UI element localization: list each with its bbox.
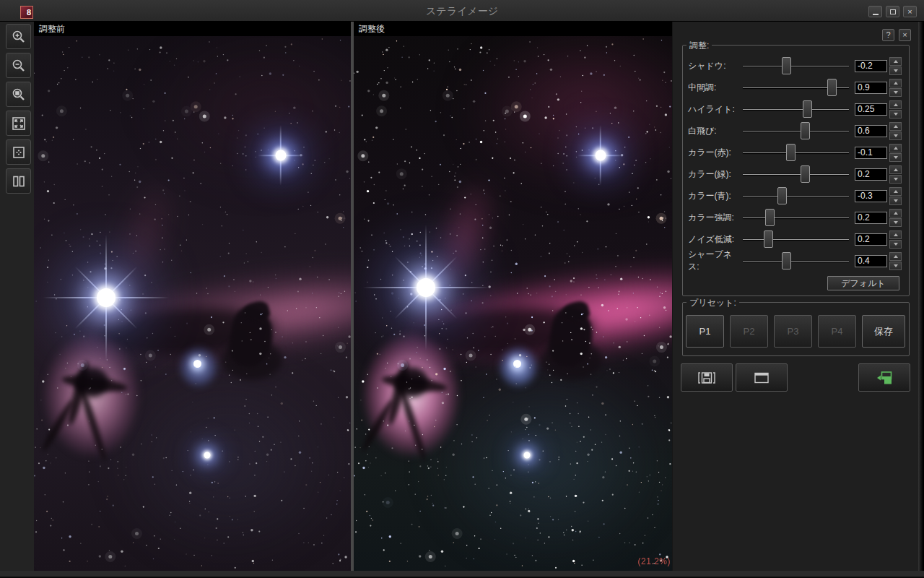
- spin-down-button[interactable]: [889, 88, 902, 97]
- zoom-level-indicator: (21.2%): [637, 556, 671, 566]
- slider-thumb[interactable]: [777, 187, 787, 204]
- spin-up-button[interactable]: [889, 187, 902, 196]
- save-file-button[interactable]: [681, 363, 733, 392]
- value-input[interactable]: 0.9: [855, 82, 887, 94]
- default-button[interactable]: デフォルト: [827, 276, 899, 290]
- spin-up-button[interactable]: [889, 252, 902, 261]
- down-arrow-icon: [894, 178, 898, 181]
- spinner: [889, 144, 902, 162]
- slider-thumb[interactable]: [827, 79, 837, 96]
- slider[interactable]: [743, 56, 849, 75]
- value-input[interactable]: 0.2: [855, 168, 887, 181]
- image-before-pane[interactable]: 調整前: [34, 22, 351, 571]
- image-after-pane[interactable]: 調整後 (21.2%): [354, 22, 672, 571]
- spin-down-button[interactable]: [889, 131, 902, 140]
- value-input[interactable]: 0.6: [855, 125, 887, 137]
- slider[interactable]: [743, 78, 849, 97]
- slider-thumb[interactable]: [801, 122, 810, 139]
- spin-up-button[interactable]: [889, 230, 902, 239]
- spin-up-button[interactable]: [889, 209, 902, 217]
- adjustment-row: カラー(青): -0.3: [683, 185, 909, 207]
- slider[interactable]: [743, 251, 849, 270]
- spin-down-button[interactable]: [889, 262, 902, 270]
- preset-button[interactable]: P3: [774, 315, 812, 348]
- slider-thumb[interactable]: [786, 144, 796, 161]
- zoom-out-button[interactable]: [6, 53, 31, 78]
- help-button[interactable]: ?: [882, 29, 894, 41]
- spin-up-button[interactable]: [889, 165, 902, 174]
- zoom-toolbar: [0, 22, 34, 571]
- value-input[interactable]: -0.1: [855, 147, 887, 159]
- slider-thumb[interactable]: [765, 209, 775, 226]
- spin-down-button[interactable]: [889, 218, 902, 227]
- split-compare-button[interactable]: [6, 168, 31, 194]
- slider-thumb[interactable]: [782, 252, 791, 269]
- preset-button[interactable]: P4: [818, 315, 856, 348]
- value-input[interactable]: 0.25: [855, 103, 887, 116]
- slider-track: [743, 260, 849, 262]
- preset-button[interactable]: 保存: [862, 315, 905, 348]
- slider-thumb[interactable]: [801, 165, 810, 183]
- panel-close-button[interactable]: ×: [899, 29, 911, 41]
- slider[interactable]: [743, 186, 849, 205]
- adjustment-row: ハイライト: 0.25: [683, 98, 909, 120]
- spinner: [889, 209, 902, 227]
- window-title: ステライメージ: [0, 0, 924, 22]
- slider[interactable]: [743, 100, 849, 118]
- spin-down-button[interactable]: [889, 110, 902, 118]
- slider-label: 中間調:: [688, 82, 743, 94]
- slider[interactable]: [743, 165, 849, 184]
- slider-track: [743, 238, 849, 240]
- slider[interactable]: [743, 230, 849, 249]
- value-input[interactable]: 0.4: [855, 255, 887, 267]
- save-floppy-icon: [697, 371, 716, 385]
- slider-thumb[interactable]: [803, 100, 812, 118]
- app-window: 8 ステライメージ ×: [0, 0, 924, 578]
- spin-up-button[interactable]: [889, 144, 902, 152]
- slider[interactable]: [743, 121, 849, 140]
- spin-down-button[interactable]: [889, 175, 902, 184]
- spinner: [889, 79, 902, 97]
- down-arrow-icon: [894, 264, 898, 267]
- spin-up-button[interactable]: [889, 100, 902, 109]
- slider-thumb[interactable]: [764, 230, 773, 248]
- preset-button[interactable]: P2: [730, 315, 768, 348]
- minimize-icon: [873, 14, 879, 15]
- up-arrow-icon: [894, 103, 898, 106]
- up-arrow-icon: [894, 168, 898, 171]
- slider-thumb[interactable]: [782, 57, 791, 74]
- value-input[interactable]: -0.3: [855, 190, 887, 202]
- down-arrow-icon: [894, 243, 898, 246]
- slider[interactable]: [743, 143, 849, 162]
- maximize-button[interactable]: [886, 6, 899, 17]
- spin-up-button[interactable]: [889, 122, 902, 131]
- slider-track: [743, 217, 849, 218]
- spin-up-button[interactable]: [889, 57, 902, 66]
- value-input[interactable]: 0.2: [855, 233, 887, 246]
- new-window-button[interactable]: [736, 363, 788, 392]
- panel-edge: [918, 22, 924, 578]
- titlebar: 8 ステライメージ ×: [0, 0, 924, 22]
- zoom-actual-size-button[interactable]: [6, 82, 31, 107]
- fit-to-window-button[interactable]: [6, 111, 31, 136]
- preset-button[interactable]: P1: [686, 315, 724, 348]
- slider-label: カラー強調:: [688, 212, 743, 224]
- pixel-view-button[interactable]: [6, 139, 31, 165]
- slider-label: ノイズ低減:: [688, 233, 743, 246]
- slider-label: シャープネス:: [688, 249, 743, 273]
- zoom-in-button[interactable]: [6, 24, 31, 49]
- minimize-button[interactable]: [868, 6, 882, 17]
- slider[interactable]: [743, 208, 849, 227]
- spin-down-button[interactable]: [889, 240, 902, 249]
- spin-up-button[interactable]: [889, 79, 902, 87]
- slider-label: カラー(青):: [688, 190, 743, 202]
- close-button[interactable]: ×: [903, 6, 917, 17]
- value-input[interactable]: 0.2: [855, 212, 887, 224]
- apply-to-image-button[interactable]: [858, 363, 910, 392]
- value-input[interactable]: -0.2: [855, 60, 887, 72]
- spin-down-button[interactable]: [889, 153, 902, 162]
- split-compare-icon: [11, 173, 27, 189]
- spin-down-button[interactable]: [889, 66, 902, 75]
- slider-track: [743, 195, 849, 197]
- spin-down-button[interactable]: [889, 197, 902, 205]
